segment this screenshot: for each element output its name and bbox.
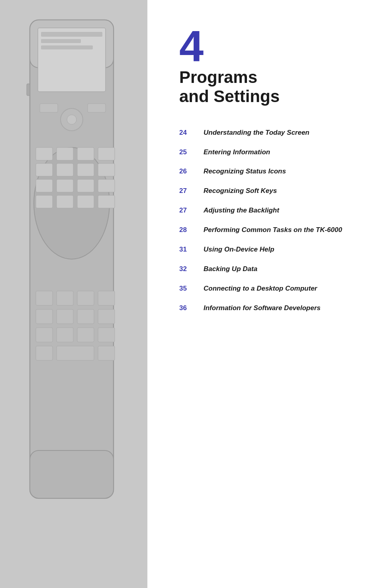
toc-page-number: 27 — [179, 206, 197, 214]
chapter-title-line2: and Settings — [179, 87, 280, 106]
device-svg — [18, 12, 129, 562]
toc-entry-title[interactable]: Adjusting the Backlight — [204, 206, 279, 215]
toc-item: 32Backing Up Data — [179, 265, 360, 274]
svg-rect-35 — [98, 309, 115, 324]
svg-rect-29 — [57, 291, 73, 305]
toc-page-number: 32 — [179, 265, 197, 273]
svg-rect-20 — [36, 179, 53, 192]
svg-rect-14 — [77, 147, 94, 160]
svg-rect-38 — [77, 328, 94, 342]
svg-rect-25 — [57, 195, 73, 208]
toc-entry-title[interactable]: Entering Information — [204, 148, 270, 157]
toc-item: 27Recognizing Soft Keys — [179, 187, 360, 196]
svg-rect-13 — [57, 147, 73, 160]
toc-item: 31Using On-Device Help — [179, 245, 360, 254]
chapter-title-line1: Programs — [179, 68, 257, 87]
toc-entry-title[interactable]: Connecting to a Desktop Computer — [204, 284, 317, 293]
svg-rect-37 — [57, 328, 73, 342]
toc-entry-title[interactable]: Understanding the Today Screen — [204, 128, 309, 138]
svg-rect-21 — [57, 179, 73, 192]
svg-rect-33 — [57, 309, 73, 324]
svg-rect-42 — [98, 346, 115, 360]
toc-item: 28Performing Common Tasks on the TK-6000 — [179, 226, 360, 235]
toc-item: 27Adjusting the Backlight — [179, 206, 360, 215]
svg-rect-23 — [98, 179, 115, 192]
toc-entry-title[interactable]: Using On-Device Help — [204, 245, 274, 254]
toc-page-number: 25 — [179, 148, 197, 156]
svg-rect-30 — [77, 291, 94, 305]
svg-rect-12 — [36, 147, 53, 160]
svg-rect-18 — [77, 163, 94, 176]
toc-page-number: 36 — [179, 304, 197, 312]
svg-rect-2 — [38, 28, 106, 92]
svg-rect-40 — [36, 346, 53, 360]
toc-entry-title[interactable]: Recognizing Soft Keys — [204, 187, 277, 196]
toc-page-number: 35 — [179, 284, 197, 293]
toc-item: 36Information for Software Developers — [179, 304, 360, 313]
svg-rect-6 — [27, 84, 30, 96]
toc-entry-title[interactable]: Backing Up Data — [204, 265, 257, 274]
toc-page-number: 26 — [179, 167, 197, 175]
svg-rect-28 — [36, 291, 53, 305]
svg-rect-39 — [98, 328, 115, 342]
svg-rect-31 — [98, 291, 115, 305]
svg-rect-19 — [98, 163, 115, 176]
toc-item: 24Understanding the Today Screen — [179, 128, 360, 138]
svg-rect-4 — [41, 39, 81, 43]
right-panel: 4 Programs and Settings 24Understanding … — [147, 0, 380, 588]
svg-rect-32 — [36, 309, 53, 324]
svg-rect-36 — [36, 328, 53, 342]
svg-rect-34 — [77, 309, 94, 324]
device-illustration — [18, 12, 129, 550]
svg-rect-10 — [88, 104, 106, 112]
toc-item: 25Entering Information — [179, 148, 360, 157]
svg-rect-3 — [41, 32, 102, 37]
toc-entry-title[interactable]: Recognizing Status Icons — [204, 167, 286, 176]
toc-page-number: 24 — [179, 128, 197, 137]
toc-item: 35Connecting to a Desktop Computer — [179, 284, 360, 293]
table-of-contents: 24Understanding the Today Screen25Enteri… — [179, 128, 360, 313]
svg-rect-43 — [30, 450, 114, 498]
chapter-title: Programs and Settings — [179, 68, 360, 106]
svg-rect-15 — [98, 147, 115, 160]
chapter-number: 4 — [179, 24, 360, 68]
toc-entry-title[interactable]: Performing Common Tasks on the TK-6000 — [204, 226, 342, 235]
svg-rect-41 — [57, 346, 94, 360]
svg-rect-9 — [40, 104, 58, 112]
svg-rect-5 — [41, 45, 93, 49]
svg-point-8 — [67, 115, 76, 124]
svg-rect-27 — [98, 195, 115, 208]
toc-entry-title[interactable]: Information for Software Developers — [204, 304, 321, 313]
svg-rect-24 — [36, 195, 53, 208]
svg-rect-17 — [57, 163, 73, 176]
svg-rect-26 — [77, 195, 94, 208]
left-panel — [0, 0, 147, 588]
svg-rect-22 — [77, 179, 94, 192]
svg-rect-16 — [36, 163, 53, 176]
toc-page-number: 28 — [179, 226, 197, 234]
toc-page-number: 27 — [179, 187, 197, 195]
toc-item: 26Recognizing Status Icons — [179, 167, 360, 176]
toc-page-number: 31 — [179, 245, 197, 254]
